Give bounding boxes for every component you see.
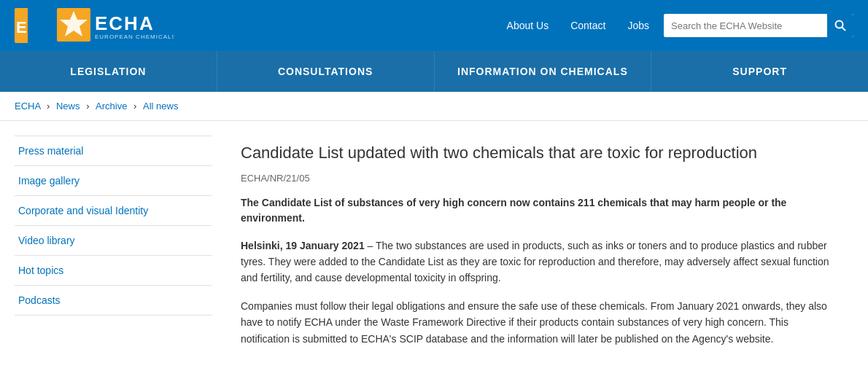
nav-legislation[interactable]: LEGISLATION: [0, 51, 217, 92]
svg-line-11: [842, 28, 846, 31]
breadcrumb-news[interactable]: News: [56, 101, 80, 111]
search-input[interactable]: [664, 14, 827, 37]
nav-information-on-chemicals[interactable]: INFORMATION ON CHEMICALS: [435, 51, 652, 92]
breadcrumb-all-news[interactable]: All news: [143, 101, 178, 111]
sidebar-video-library[interactable]: Video library: [15, 226, 212, 256]
sidebar-corporate-identity[interactable]: Corporate and visual Identity: [15, 196, 212, 226]
header-nav: About Us Contact Jobs: [507, 20, 649, 31]
svg-point-10: [836, 21, 843, 28]
nav-support[interactable]: SUPPORT: [651, 51, 868, 92]
breadcrumb-echa[interactable]: ECHA: [15, 101, 40, 111]
article-body-1: Helsinki, 19 January 2021 – The two subs…: [241, 238, 839, 286]
sidebar-press-material[interactable]: Press material: [15, 136, 212, 166]
article-lead: The Candidate List of substances of very…: [241, 195, 839, 226]
breadcrumb-archive[interactable]: Archive: [96, 101, 127, 111]
site-header: E E ECHA EUROPEAN CHEMICALS AGENCY About…: [0, 0, 868, 51]
search-button[interactable]: [827, 14, 853, 37]
breadcrumb: ECHA › News › Archive › All news: [0, 92, 868, 121]
sidebar-image-gallery[interactable]: Image gallery: [15, 166, 212, 196]
main-content: Candidate List updated with two chemical…: [226, 136, 853, 366]
search-box: [664, 14, 853, 37]
echa-logo: ECHA EUROPEAN CHEMICALS AGENCY: [57, 8, 174, 43]
svg-rect-4: [28, 8, 50, 43]
svg-text:EUROPEAN CHEMICALS AGENCY: EUROPEAN CHEMICALS AGENCY: [95, 34, 174, 40]
article-title: Candidate List updated with two chemical…: [241, 143, 839, 164]
sidebar: Press material Image gallery Corporate a…: [15, 136, 212, 366]
content-area: Press material Image gallery Corporate a…: [0, 121, 868, 368]
jobs-link[interactable]: Jobs: [627, 20, 649, 31]
breadcrumb-sep-2: ›: [86, 101, 92, 111]
article-reference: ECHA/NR/21/05: [241, 173, 839, 184]
echa-logo-icon: E E: [15, 8, 50, 43]
sidebar-podcasts[interactable]: Podcasts: [15, 286, 212, 316]
breadcrumb-sep-3: ›: [133, 101, 139, 111]
svg-text:ECHA: ECHA: [95, 12, 155, 34]
sidebar-hot-topics[interactable]: Hot topics: [15, 256, 212, 286]
breadcrumb-sep-1: ›: [47, 101, 53, 111]
logo-area: E E ECHA EUROPEAN CHEMICALS AGENCY: [15, 8, 174, 43]
search-icon: [834, 20, 846, 31]
article-date: Helsinki, 19 January 2021: [241, 240, 365, 251]
contact-link[interactable]: Contact: [570, 20, 605, 31]
article-body-2: Companies must follow their legal obliga…: [241, 298, 839, 347]
main-navigation: LEGISLATION CONSULTATIONS INFORMATION ON…: [0, 51, 868, 92]
svg-text:E: E: [16, 18, 27, 36]
nav-consultations[interactable]: CONSULTATIONS: [217, 51, 435, 92]
about-us-link[interactable]: About Us: [507, 20, 549, 31]
